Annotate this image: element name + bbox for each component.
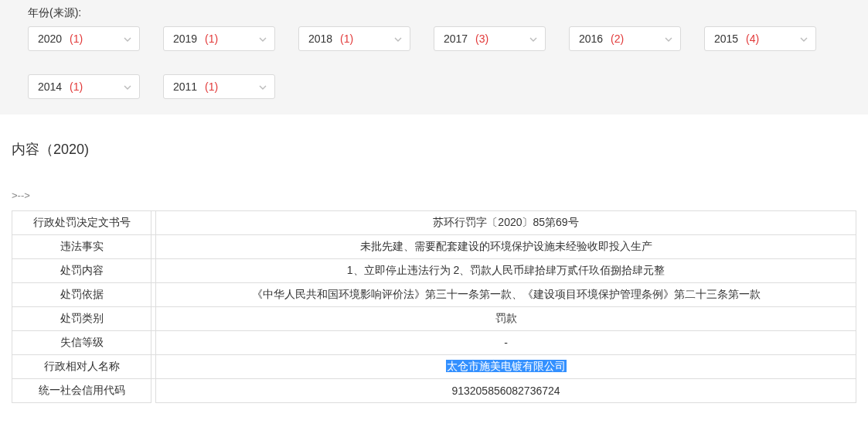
chevron-down-icon bbox=[259, 33, 267, 44]
row-label: 处罚依据 bbox=[12, 283, 151, 307]
year-count: (4) bbox=[746, 32, 759, 45]
filter-label: 年份(来源): bbox=[15, 6, 853, 20]
table-row: 失信等级- bbox=[12, 331, 856, 355]
chevron-down-icon bbox=[259, 81, 267, 92]
year-count: (1) bbox=[340, 32, 353, 45]
row-label: 违法事实 bbox=[12, 235, 151, 259]
content-marker: >--> bbox=[12, 190, 856, 201]
detail-table: 行政处罚决定文书号苏环行罚字〔2020〕85第69号违法事实未批先建、需要配套建… bbox=[12, 210, 856, 403]
content-title: 内容（2020) bbox=[12, 140, 856, 159]
year-select-2011[interactable]: 2011 (1) bbox=[163, 74, 275, 99]
row-label: 处罚内容 bbox=[12, 259, 151, 283]
year-count: (2) bbox=[611, 32, 624, 45]
year-count: (1) bbox=[70, 80, 83, 93]
table-row: 行政处罚决定文书号苏环行罚字〔2020〕85第69号 bbox=[12, 211, 856, 235]
year-selectors: 2020 (1)2019 (1)2018 (1)2017 (3)2016 (2)… bbox=[15, 26, 853, 99]
year-text: 2016 bbox=[579, 32, 603, 45]
row-value: 1、立即停止违法行为 2、罚款人民币肆拾肆万贰仟玖佰捌拾肆元整 bbox=[156, 259, 856, 283]
filter-section: 年份(来源): 2020 (1)2019 (1)2018 (1)2017 (3)… bbox=[0, 0, 868, 117]
row-value: - bbox=[156, 331, 856, 355]
year-select-2016[interactable]: 2016 (2) bbox=[569, 26, 681, 51]
table-row: 处罚类别罚款 bbox=[12, 307, 856, 331]
year-text: 2011 bbox=[173, 80, 197, 93]
year-text: 2019 bbox=[173, 32, 197, 45]
row-value: 《中华人民共和国环境影响评价法》第三十一条第一款、《建设项目环境保护管理条例》第… bbox=[156, 283, 856, 307]
year-text: 2020 bbox=[38, 32, 62, 45]
year-select-2017[interactable]: 2017 (3) bbox=[434, 26, 546, 51]
row-label: 处罚类别 bbox=[12, 307, 151, 331]
chevron-down-icon bbox=[665, 33, 672, 44]
content-section: 内容（2020) >--> 行政处罚决定文书号苏环行罚字〔2020〕85第69号… bbox=[0, 117, 868, 403]
row-value: 未批先建、需要配套建设的环境保护设施未经验收即投入生产 bbox=[156, 235, 856, 259]
detail-table-body: 行政处罚决定文书号苏环行罚字〔2020〕85第69号违法事实未批先建、需要配套建… bbox=[12, 211, 856, 403]
row-value: 罚款 bbox=[156, 307, 856, 331]
year-text: 2018 bbox=[308, 32, 332, 45]
row-value: 913205856082736724 bbox=[156, 379, 856, 403]
table-row: 处罚内容1、立即停止违法行为 2、罚款人民币肆拾肆万贰仟玖佰捌拾肆元整 bbox=[12, 259, 856, 283]
year-select-2014[interactable]: 2014 (1) bbox=[28, 74, 140, 99]
chevron-down-icon bbox=[800, 33, 808, 44]
year-select-2018[interactable]: 2018 (1) bbox=[298, 26, 410, 51]
table-row: 行政相对人名称太仓市施美电镀有限公司 bbox=[12, 355, 856, 379]
table-row: 统一社会信用代码913205856082736724 bbox=[12, 379, 856, 403]
row-label: 统一社会信用代码 bbox=[12, 379, 151, 403]
year-select-2019[interactable]: 2019 (1) bbox=[163, 26, 275, 51]
year-count: (1) bbox=[70, 32, 83, 45]
year-select-2015[interactable]: 2015 (4) bbox=[704, 26, 816, 51]
year-count: (1) bbox=[205, 32, 218, 45]
table-row: 违法事实未批先建、需要配套建设的环境保护设施未经验收即投入生产 bbox=[12, 235, 856, 259]
chevron-down-icon bbox=[124, 81, 131, 92]
chevron-down-icon bbox=[529, 33, 537, 44]
year-text: 2014 bbox=[38, 80, 62, 93]
year-text: 2017 bbox=[444, 32, 468, 45]
chevron-down-icon bbox=[124, 33, 131, 44]
chevron-down-icon bbox=[394, 33, 402, 44]
table-row: 处罚依据《中华人民共和国环境影响评价法》第三十一条第一款、《建设项目环境保护管理… bbox=[12, 283, 856, 307]
year-text: 2015 bbox=[714, 32, 738, 45]
row-label: 失信等级 bbox=[12, 331, 151, 355]
row-label: 行政处罚决定文书号 bbox=[12, 211, 151, 235]
year-count: (1) bbox=[205, 80, 218, 93]
row-value: 苏环行罚字〔2020〕85第69号 bbox=[156, 211, 856, 235]
year-select-2020[interactable]: 2020 (1) bbox=[28, 26, 140, 51]
row-label: 行政相对人名称 bbox=[12, 355, 151, 379]
highlighted-text: 太仓市施美电镀有限公司 bbox=[446, 360, 567, 372]
year-count: (3) bbox=[475, 32, 488, 45]
row-value: 太仓市施美电镀有限公司 bbox=[156, 355, 856, 379]
